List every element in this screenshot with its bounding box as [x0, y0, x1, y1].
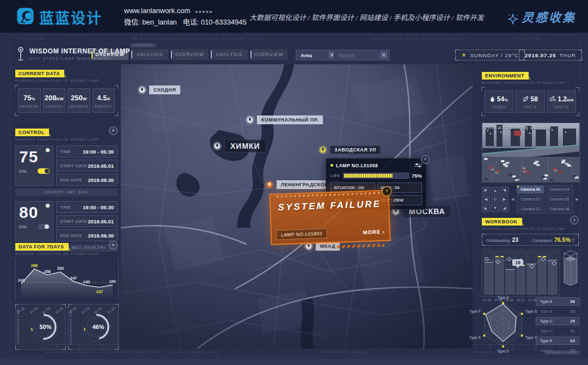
reset-view-button[interactable]: ↻: [491, 196, 499, 203]
stat-briness-pct: 75% BRINESS: [18, 88, 41, 113]
start-date-row[interactable]: START DATE2019.05.01: [56, 215, 118, 227]
pan-up-button[interactable]: ▲: [491, 187, 499, 194]
gauge-title: COMPARISON FOR: [69, 308, 72, 346]
camera-01-button[interactable]: Camera 01: [517, 185, 544, 194]
camera-list: Camera 01 Camera 04 Camera 02 Camera 05 …: [517, 185, 573, 214]
prev-cameras-icon[interactable]: ◀: [511, 197, 514, 202]
power-toggle[interactable]: [38, 168, 50, 174]
car: [512, 175, 516, 178]
add-schedule-button[interactable]: +: [109, 126, 118, 135]
radar-axis-label: Type F: [469, 309, 481, 314]
map-label-khimki[interactable]: ХИМКИ: [212, 139, 266, 153]
compared-value: 76.5%: [554, 236, 571, 243]
car: [497, 170, 500, 172]
tab-analysis-1[interactable]: ANALYSIS: [131, 49, 168, 60]
camera-03-button[interactable]: Camera 03: [517, 205, 544, 214]
camera-02-button[interactable]: Camera 02: [517, 195, 544, 204]
camera-04-button[interactable]: Camera 04: [546, 185, 573, 194]
settings-sliders-icon[interactable]: [414, 162, 422, 168]
panel-subtitle: RUNNING CONDITION OF STREETLAMP: [15, 138, 118, 141]
radar-axis-label: Type E: [469, 336, 481, 340]
radar-axis-label: Type B: [525, 309, 537, 314]
close-icon[interactable]: ×: [421, 155, 430, 164]
map-label-zavodskaya[interactable]: ЗАВОДСКАЯ УЛ: [318, 145, 381, 155]
tab-overview-3[interactable]: OVERVIEW: [250, 49, 287, 60]
control-panel: CONTROL + RUNNING CONDITION OF STREETLAM…: [15, 126, 118, 252]
system-failure-popup: × SYSTEM FAILURE LAMP NO.L01803 MORE ›: [269, 190, 390, 245]
city-map[interactable]: СХОДНЯ КОММУНАЛЬНЫЙ ПР. ХИМКИ ЗАВОДСКАЯ …: [121, 64, 473, 349]
end-date-row[interactable]: END DATE2019.09.30: [56, 229, 118, 241]
lanlan-logo-icon: [14, 5, 36, 27]
phone-text: 电话: 010-63334945: [183, 18, 247, 26]
tab-overview-1[interactable]: OVERVIEW: [91, 49, 128, 60]
data-label: 243: [18, 278, 25, 283]
camera-dpad: ◤ ▲ ◥ ◀ ↻ ▶ ◣ ▼ ◢: [482, 187, 509, 212]
website-link[interactable]: www.lanlanwork.com: [124, 7, 190, 15]
workbook-next-button[interactable]: ›: [570, 216, 579, 224]
deco-text: TWO ROADS DIVERGED: [321, 351, 369, 354]
car: [485, 178, 488, 180]
region-select[interactable]: Region▾: [333, 50, 390, 60]
banner-contact: www.lanlanwork.com▸▸▸▸▸ 微信: ben_lanlan 电…: [124, 5, 247, 28]
pan-down-button[interactable]: ▼: [491, 204, 499, 212]
type-e-row[interactable]: Type E24: [536, 337, 579, 345]
car: [522, 167, 526, 169]
workbook-bar-chart: 16: [482, 249, 560, 297]
pan-up-left-button[interactable]: ◤: [482, 187, 490, 194]
type-d-row[interactable]: Type D31: [536, 327, 579, 335]
pan-up-right-button[interactable]: ◥: [500, 187, 509, 194]
car: [489, 167, 493, 169]
expand-chart-button[interactable]: +: [109, 241, 118, 250]
time-row[interactable]: TIME19:00 - 05:30: [56, 201, 118, 213]
type-c-row[interactable]: Type C25: [536, 317, 579, 325]
pan-down-right-button[interactable]: ◢: [500, 204, 509, 212]
area-select[interactable]: Area▾: [296, 50, 338, 60]
type-a-row[interactable]: Type A38: [536, 297, 579, 306]
camera-06-button[interactable]: Camera 06: [546, 205, 573, 214]
pan-down-left-button[interactable]: ◣: [482, 204, 490, 212]
stat-energy-kw: 208KW ENERGY: [43, 88, 66, 113]
radar-axis-label: Type C: [525, 336, 537, 340]
vertex-dot: [502, 345, 504, 348]
start-date-row[interactable]: START DATE2019.05.01: [56, 160, 118, 172]
next-cameras-icon[interactable]: ▶: [576, 197, 579, 202]
tab-analysis-2[interactable]: ANALYSIS: [211, 49, 248, 60]
brightness-bar[interactable]: [343, 173, 409, 179]
panel-title: CONTROL: [15, 129, 49, 136]
map-label-kommunalny[interactable]: КОММУНАЛЬНЫЙ ПР.: [245, 115, 323, 125]
deco-text: TWO ROADS DIVERGED IN A YELLOW WOOD, AND…: [44, 351, 223, 354]
end-date-row[interactable]: END DATE2019.09.30: [56, 174, 118, 186]
power-toggle[interactable]: [38, 224, 50, 229]
lamp-pin-icon: [212, 141, 222, 151]
arrows-decoration: ▸▸▸▸▸: [195, 9, 213, 14]
workbook-bar: [484, 251, 494, 295]
control-group-2: ⚪ 80 ON TIME19:00 - 05:30 START DATE2019…: [15, 201, 118, 241]
collect-link[interactable]: 灵感收集: [507, 8, 576, 25]
camera-feed[interactable]: 2019.07.25 THUR 18:26:09: [482, 123, 580, 182]
tab-overview-2[interactable]: OVERVIEW: [171, 49, 208, 60]
date-widget: 2019.07.25 THUR: [519, 50, 582, 60]
camera-timestamp: 2019.07.25 THUR 18:26:09: [485, 125, 552, 130]
map-label-skhodnya[interactable]: СХОДНЯ: [137, 85, 180, 95]
more-button[interactable]: MORE ›: [363, 228, 385, 235]
data-label: 268: [31, 263, 38, 268]
pan-right-button[interactable]: ▶: [500, 196, 509, 203]
workbook-bar: [537, 251, 547, 295]
type-b-row[interactable]: Type B28: [536, 307, 579, 315]
car: [484, 158, 488, 160]
streetlamp-icon: [16, 47, 25, 61]
car: [559, 171, 562, 173]
pan-left-button[interactable]: ◀: [482, 196, 490, 203]
time-row[interactable]: TIME19:00 - 05:30: [56, 145, 118, 157]
comparison-panels: COMPARISON FOR 50% COMPARISON FOR 46%: [15, 304, 118, 350]
panel-title: WORKBOOK: [482, 218, 522, 226]
camera-05-button[interactable]: Camera 05: [546, 195, 573, 204]
workbook-bar: [495, 251, 505, 295]
control-group-1: ⚪ 75 ON TIME19:00 - 05:30 START DATE2019…: [15, 145, 118, 186]
wind-icon: [549, 96, 556, 102]
type-list: Type A38 Type B28 Type C25 Type D31 Type…: [536, 297, 579, 355]
gauge-value: 50%: [39, 324, 51, 330]
stat-humidity: 54% HUMID: [485, 90, 513, 113]
data-label: 258: [44, 269, 51, 274]
type-f-row[interactable]: Type F37: [536, 346, 579, 355]
